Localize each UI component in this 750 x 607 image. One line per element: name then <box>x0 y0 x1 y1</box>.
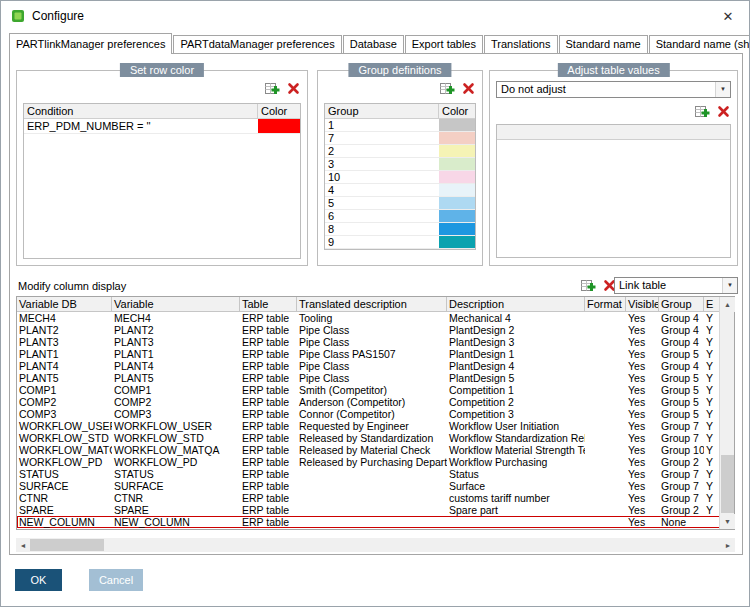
table-row-comp2[interactable]: COMP2COMP2ERP tableAnderson (Competitor)… <box>17 396 721 408</box>
row-color-row[interactable]: ERP_PDM_NUMBER = '' <box>24 119 300 134</box>
table-row-comp3[interactable]: COMP3COMP3ERP tableConnor (Competitor)Co… <box>17 408 721 420</box>
table-cell: Group 7 <box>659 420 704 432</box>
group-color-swatch <box>439 197 475 209</box>
table-cell: COMP2 <box>17 396 112 408</box>
delete-icon[interactable] <box>715 104 731 119</box>
tab-translations[interactable]: Translations <box>484 35 558 53</box>
add-icon[interactable] <box>580 278 596 293</box>
row-color-table-body: ERP_PDM_NUMBER = '' <box>24 119 300 134</box>
vertical-scrollbar[interactable]: ▲ ▼ <box>719 297 734 529</box>
table-cell <box>585 384 626 396</box>
table-row-plant1[interactable]: PLANT1PLANT1ERP tablePipe Class PAS1507P… <box>17 348 721 360</box>
table-row-plant2[interactable]: PLANT2PLANT2ERP tablePipe ClassPlantDesi… <box>17 324 721 336</box>
vertical-scrollbar-thumb[interactable] <box>721 455 734 513</box>
window-title: Configure <box>32 9 84 23</box>
table-cell <box>585 420 626 432</box>
tab-standard-name[interactable]: Standard name <box>559 35 648 53</box>
add-icon[interactable] <box>694 104 710 119</box>
group-definition-row[interactable]: 1 <box>325 119 475 132</box>
table-cell: STATUS <box>17 468 112 480</box>
table-cell: Spare part <box>447 504 585 516</box>
table-row-status[interactable]: STATUSSTATUSERP tableStatusYesGroup 7Y <box>17 468 721 480</box>
group-definition-row[interactable]: 7 <box>325 132 475 145</box>
table-row-spare[interactable]: SPARESPAREERP tableSpare partYesGroup 2Y <box>17 504 721 516</box>
link-table-dropdown[interactable]: Link table ▼ <box>614 277 738 294</box>
scroll-up-icon[interactable]: ▲ <box>720 297 735 312</box>
column-header-variable-db[interactable]: Variable DB <box>17 297 112 311</box>
group-number: 4 <box>325 184 439 196</box>
group-color-swatch <box>439 236 475 248</box>
tab-export-tables[interactable]: Export tables <box>405 35 483 53</box>
column-header-visible[interactable]: Visible <box>626 297 659 311</box>
column-header-format[interactable]: Format <box>585 297 626 311</box>
scroll-right-icon[interactable]: ► <box>721 538 735 552</box>
column-header-description[interactable]: Description <box>447 297 585 311</box>
group-definition-row[interactable]: 3 <box>325 158 475 171</box>
tab-standard-name-short[interactable]: Standard name (short) <box>649 35 750 53</box>
table-cell: SPARE <box>112 504 240 516</box>
table-row-ctnr[interactable]: CTNRCTNRERP tablecustoms tariff numberYe… <box>17 492 721 504</box>
column-header-table[interactable]: Table <box>240 297 297 311</box>
add-icon[interactable] <box>439 81 455 96</box>
table-cell: Group 2 <box>659 504 704 516</box>
column-display-table: Variable DBVariableTableTranslated descr… <box>16 296 735 530</box>
table-row-workflow_user[interactable]: WORKFLOW_USERWORKFLOW_USERERP tableReque… <box>17 420 721 432</box>
table-cell <box>585 432 626 444</box>
table-row-workflow_pd[interactable]: WORKFLOW_PDWORKFLOW_PDERP tableReleased … <box>17 456 721 468</box>
scroll-down-icon[interactable]: ▼ <box>720 514 735 529</box>
tab-list: PARTlinkManager preferencesPARTdataManag… <box>9 33 750 54</box>
group-definition-row[interactable]: 9 <box>325 236 475 249</box>
adjust-mode-dropdown[interactable]: Do not adjust ▼ <box>496 81 731 98</box>
table-cell: WORKFLOW_MATQA <box>112 444 240 456</box>
table-cell: Yes <box>626 408 659 420</box>
group-definition-row[interactable]: 4 <box>325 184 475 197</box>
group-color-swatch <box>439 132 475 144</box>
table-cell: Status <box>447 468 585 480</box>
table-row-workflow_matqa[interactable]: WORKFLOW_MATQAWORKFLOW_MATQAERP tableRel… <box>17 444 721 456</box>
group-definition-row[interactable]: 10 <box>325 171 475 184</box>
table-cell: Yes <box>626 324 659 336</box>
table-row-mech4[interactable]: MECH4MECH4ERP tableToolingMechanical 4Ye… <box>17 312 721 324</box>
group-definition-row[interactable]: 8 <box>325 223 475 236</box>
table-row-surface[interactable]: SURFACESURFACEERP tableSurfaceYesGroup 7… <box>17 480 721 492</box>
scroll-left-icon[interactable]: ◄ <box>16 538 30 552</box>
table-cell: Yes <box>626 480 659 492</box>
column-header-translated-description[interactable]: Translated description <box>297 297 447 311</box>
table-cell: Released by Purchasing Department <box>297 456 447 468</box>
table-cell: SPARE <box>17 504 112 516</box>
horizontal-scrollbar-thumb[interactable] <box>30 539 104 551</box>
group-definition-row[interactable]: 5 <box>325 197 475 210</box>
horizontal-scrollbar[interactable]: ◄ ► <box>16 538 735 552</box>
table-cell <box>585 312 626 324</box>
table-cell <box>297 492 447 504</box>
group-definition-row[interactable]: 2 <box>325 145 475 158</box>
table-row-plant4[interactable]: PLANT4PLANT4ERP tablePipe ClassPlantDesi… <box>17 360 721 372</box>
table-row-plant3[interactable]: PLANT3PLANT3ERP tablePipe ClassPlantDesi… <box>17 336 721 348</box>
table-row-new_column[interactable]: NEW_COLUMNNEW_COLUMNERP tableYesNone <box>17 516 721 528</box>
table-cell: Group 4 <box>659 360 704 372</box>
table-cell: COMP2 <box>112 396 240 408</box>
table-row-plant5[interactable]: PLANT5PLANT5ERP tablePipe ClassPlantDesi… <box>17 372 721 384</box>
group-number: 6 <box>325 210 439 222</box>
table-cell: ERP table <box>240 444 297 456</box>
table-cell: Yes <box>626 372 659 384</box>
tab-partlinkmanager-preferences[interactable]: PARTlinkManager preferences <box>9 33 172 54</box>
ok-button[interactable]: OK <box>15 569 62 591</box>
tab-database[interactable]: Database <box>343 35 404 53</box>
table-cell: ERP table <box>240 348 297 360</box>
column-header-group[interactable]: Group <box>659 297 704 311</box>
tab-partdatamanager-preferences[interactable]: PARTdataManager preferences <box>173 35 341 53</box>
add-icon[interactable] <box>264 81 280 96</box>
table-cell: Group 10 <box>659 444 704 456</box>
set-row-color-groupbox: Set row color Condition Color ERP_PDM_NU… <box>16 70 308 266</box>
group-definition-row[interactable]: 6 <box>325 210 475 223</box>
close-icon[interactable]: ✕ <box>717 6 739 26</box>
table-cell: WORKFLOW_USER <box>17 420 112 432</box>
cancel-button[interactable]: Cancel <box>89 569 143 591</box>
delete-icon[interactable] <box>460 81 476 96</box>
table-cell <box>297 516 447 528</box>
delete-icon[interactable] <box>285 81 301 96</box>
table-row-comp1[interactable]: COMP1COMP1ERP tableSmith (Competitor)Com… <box>17 384 721 396</box>
table-row-workflow_std[interactable]: WORKFLOW_STDWORKFLOW_STDERP tableRelease… <box>17 432 721 444</box>
column-header-variable[interactable]: Variable <box>112 297 240 311</box>
